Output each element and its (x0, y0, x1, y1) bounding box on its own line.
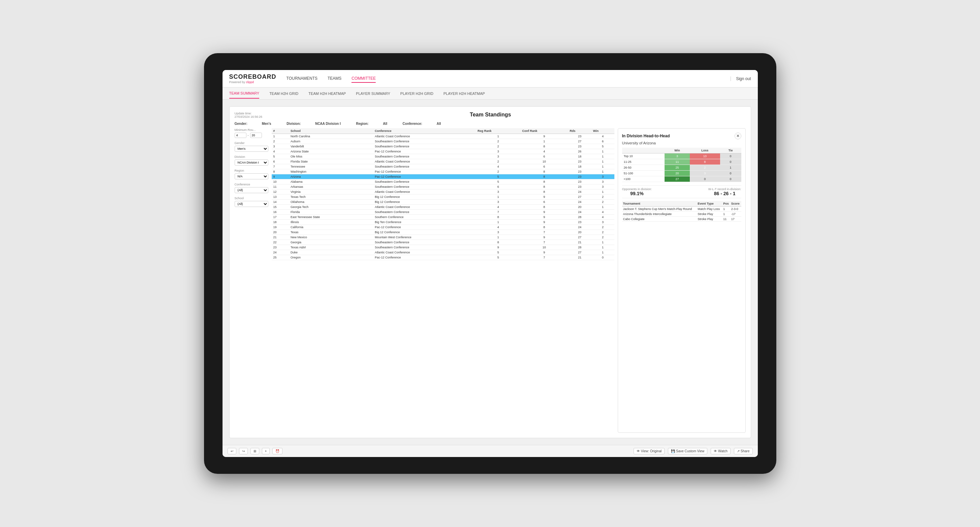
h2h-header: In Division Head-to-Head ✕ (622, 133, 741, 139)
table-row[interactable]: 18 Illinois Big Ten Conference 1 9 23 3 (272, 220, 614, 225)
cell-num: 1 (272, 134, 289, 139)
division-select[interactable]: NCAA Division I (235, 160, 268, 165)
table-row[interactable]: 16 Florida Southeastern Conference 7 9 2… (272, 210, 614, 215)
cell-reg: 8 (476, 215, 520, 220)
cell-reg: 1 (476, 195, 520, 200)
undo-button[interactable]: ↩ (228, 448, 236, 454)
table-row[interactable]: 5 Ole Miss Southeastern Conference 3 6 1… (272, 154, 614, 159)
share-button[interactable]: ↗ Share (734, 448, 752, 454)
table-row[interactable]: 1 North Carolina Atlantic Coast Conferen… (272, 134, 614, 139)
gender-filter-value: Men's (262, 122, 271, 125)
h2h-stats-row: Opponents in division: 99.1% W-L-T recor… (622, 186, 741, 198)
cell-conf: Pac-12 Conference (373, 149, 476, 154)
nav-committee[interactable]: COMMITTEE (352, 75, 376, 83)
h2h-range-table: Win Loss Tie Top 10 3 13 0 11-25 11 8 0 … (622, 148, 741, 182)
table-row[interactable]: 12 Virginia Atlantic Coast Conference 3 … (272, 189, 614, 195)
toolbar-icon2[interactable]: + (262, 448, 270, 454)
cell-rds: 27 (568, 139, 591, 144)
view-original-button[interactable]: 👁 View: Original (633, 448, 665, 454)
panel-title: Team Standings (262, 112, 718, 118)
subnav-team-h2h-heatmap[interactable]: TEAM H2H HEATMAP (309, 89, 346, 98)
table-row[interactable]: 3 Vanderbilt Southeastern Conference 2 8… (272, 144, 614, 149)
cell-win: 2 (592, 225, 614, 230)
school-select[interactable]: (All) (235, 201, 268, 207)
subnav-team-summary[interactable]: TEAM SUMMARY (229, 89, 259, 98)
subnav-player-h2h-heatmap[interactable]: PLAYER H2H HEATMAP (443, 89, 485, 98)
h2h-loss-val: 2 (690, 165, 720, 171)
cell-rds: 23 (568, 174, 591, 179)
opponents-value: 99.1% (622, 191, 652, 196)
conference-select[interactable]: (All) (235, 187, 268, 193)
col-school: School (289, 128, 373, 134)
cell-conf: Atlantic Coast Conference (373, 250, 476, 255)
col-conf-rank: Conf Rank (520, 128, 568, 134)
subnav-team-h2h-grid[interactable]: TEAM H2H GRID (269, 89, 298, 98)
region-select[interactable]: N/A (235, 173, 268, 179)
table-row[interactable]: 20 Texas Big 12 Conference 3 7 20 2 (272, 230, 614, 235)
table-row[interactable]: 7 Tennessee Southeastern Conference 4 6 … (272, 164, 614, 169)
min-rounds-label: Minimum Rou... (235, 128, 268, 132)
tourn-pos: 11 (722, 217, 730, 222)
table-row[interactable]: 13 Texas Tech Big 12 Conference 1 9 27 2 (272, 195, 614, 200)
table-row[interactable]: 25 Oregon Pac-12 Conference 5 7 21 0 (272, 255, 614, 260)
tournament-table: Tournament Event Type Pos Score Jackson … (622, 201, 741, 222)
conference-label: Conference (235, 183, 268, 186)
gender-select[interactable]: Men's (235, 146, 268, 152)
watch-button[interactable]: 👁 Watch (711, 448, 730, 454)
table-row[interactable]: 9 Arizona Pac-12 Conference 5 8 23 3 (272, 174, 614, 179)
h2h-tie-val: 0 (720, 176, 741, 182)
cell-crank: 1 (520, 139, 568, 144)
table-row[interactable]: 4 Arizona State Pac-12 Conference 3 4 26… (272, 149, 614, 154)
table-row[interactable]: 15 Georgia Tech Atlantic Coast Conferenc… (272, 205, 614, 210)
save-custom-label: Save Custom View (676, 449, 704, 453)
h2h-close-button[interactable]: ✕ (735, 133, 741, 139)
cell-crank: 9 (520, 250, 568, 255)
table-row[interactable]: 19 California Pac-12 Conference 4 8 24 2 (272, 225, 614, 230)
cell-school: Tennessee (289, 164, 373, 169)
cell-school: Virginia (289, 189, 373, 195)
nav-teams[interactable]: TEAMS (328, 75, 341, 83)
cell-win: 2 (592, 195, 614, 200)
cell-win: 1 (592, 240, 614, 245)
table-row[interactable]: 17 East Tennessee State Southern Confere… (272, 215, 614, 220)
cell-win: 1 (592, 149, 614, 154)
bottom-toolbar: ↩ ↪ ⊞ + ⏰ 👁 View: Original 💾 Save Custom… (223, 445, 758, 457)
logo-brand: clippd (246, 81, 254, 84)
cell-num: 6 (272, 159, 289, 164)
table-row[interactable]: 10 Alabama Southeastern Conference 5 8 2… (272, 179, 614, 184)
redo-button[interactable]: ↪ (239, 448, 248, 454)
cell-crank: 8 (520, 169, 568, 174)
nav-tournaments[interactable]: TOURNAMENTS (286, 75, 317, 83)
school-filter-block: School (All) (235, 197, 268, 207)
cell-school: Oklahoma (289, 200, 373, 205)
table-row[interactable]: 2 Auburn Southeastern Conference 2 1 27 … (272, 139, 614, 144)
subnav-player-summary[interactable]: PLAYER SUMMARY (356, 89, 390, 98)
toolbar-icon1[interactable]: ⊞ (250, 448, 259, 454)
table-row[interactable]: 24 Duke Atlantic Coast Conference 5 9 27… (272, 250, 614, 255)
sign-out-link[interactable]: Sign out (730, 76, 751, 81)
cell-rds: 20 (568, 230, 591, 235)
cell-num: 25 (272, 255, 289, 260)
save-custom-button[interactable]: 💾 Save Custom View (668, 448, 707, 454)
cell-win: 3 (592, 220, 614, 225)
table-row[interactable]: 8 Washington Pac-12 Conference 2 8 23 1 (272, 169, 614, 174)
cell-win: 2 (592, 235, 614, 240)
wlt-stat: W-L-T record in-division: 86 - 26 - 1 (708, 187, 741, 196)
cell-crank: 4 (520, 149, 568, 154)
cell-rds: 24 (568, 200, 591, 205)
h2h-loss-val: 3 (690, 171, 720, 176)
max-rounds-input[interactable] (250, 133, 262, 138)
min-rounds-input[interactable] (235, 133, 247, 138)
table-row[interactable]: 14 Oklahoma Big 12 Conference 3 6 24 2 (272, 200, 614, 205)
cell-conf: Pac-12 Conference (373, 174, 476, 179)
cell-win: 1 (592, 245, 614, 250)
cell-school: Arizona (289, 174, 373, 179)
table-row[interactable]: 21 New Mexico Mountain West Conference 1… (272, 235, 614, 240)
table-row[interactable]: 6 Florida State Atlantic Coast Conferenc… (272, 159, 614, 164)
table-row[interactable]: 23 Texas A&M Southeastern Conference 9 1… (272, 245, 614, 250)
cell-conf: Southeastern Conference (373, 184, 476, 189)
subnav-player-h2h-grid[interactable]: PLAYER H2H GRID (400, 89, 433, 98)
toolbar-clock[interactable]: ⏰ (272, 448, 282, 454)
table-row[interactable]: 11 Arkansas Southeastern Conference 6 8 … (272, 184, 614, 189)
table-row[interactable]: 22 Georgia Southeastern Conference 8 7 2… (272, 240, 614, 245)
